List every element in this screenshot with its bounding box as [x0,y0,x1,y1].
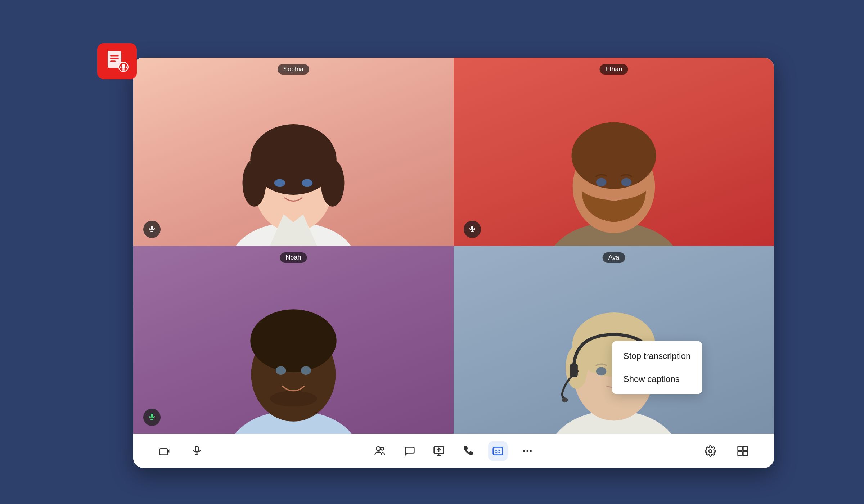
video-cell-ethan: Ethan [454,58,774,246]
camera-icon [159,445,170,457]
name-badge-noah: Noah [280,252,307,263]
svg-point-25 [621,178,631,186]
microphone-button[interactable] [187,441,207,461]
phone-button[interactable] [459,441,478,461]
svg-text:CC: CC [495,449,500,454]
transcription-app-icon[interactable] [97,43,137,79]
transcribe-icon: CC [492,445,504,457]
settings-button[interactable] [701,441,720,461]
show-captions-item[interactable]: Show captions [612,368,702,391]
svg-point-24 [596,178,606,186]
svg-point-49 [562,397,568,402]
grid-view-button[interactable] [733,441,752,461]
svg-rect-68 [738,451,742,456]
chat-icon [404,445,415,457]
svg-point-14 [321,159,344,207]
more-icon [522,445,533,457]
app-container: Sophia [90,36,774,468]
toolbar-left [155,441,207,461]
svg-rect-69 [743,451,747,456]
svg-point-65 [709,450,712,453]
svg-rect-66 [738,446,742,451]
svg-rect-6 [122,64,125,68]
svg-point-16 [302,179,312,187]
svg-rect-17 [151,226,153,230]
svg-point-62 [523,450,525,452]
svg-rect-2 [110,55,119,56]
mic-badge-sophia [143,221,161,238]
svg-rect-4 [110,60,116,62]
video-cell-ava: Ava Stop transcription Show captions [454,246,774,434]
svg-rect-3 [110,58,119,59]
toolbar: CC [133,434,774,468]
video-cell-noah: Noah [133,246,454,434]
screenshare-icon [433,445,445,457]
svg-point-55 [381,447,384,450]
video-grid: Sophia [133,58,774,434]
name-badge-ava: Ava [603,252,625,263]
svg-point-34 [301,366,311,375]
context-menu: Stop transcription Show captions [612,341,702,394]
microphone-icon [191,445,203,457]
transcribe-button[interactable]: CC [488,441,508,461]
video-window: Sophia [133,58,774,468]
svg-point-45 [596,367,606,375]
phone-icon [463,445,474,457]
svg-point-63 [526,450,528,452]
svg-point-15 [274,179,285,187]
svg-point-23 [571,122,656,189]
svg-rect-50 [160,449,167,455]
svg-point-13 [242,159,266,207]
grid-icon [737,445,748,457]
camera-button[interactable] [155,441,174,461]
svg-rect-67 [743,446,747,451]
svg-point-35 [270,391,317,406]
toolbar-right [701,441,752,461]
svg-point-33 [276,366,286,375]
participants-icon [374,445,386,457]
svg-rect-36 [151,414,153,418]
video-cell-sophia: Sophia [133,58,454,246]
participants-button[interactable] [370,441,390,461]
name-badge-sophia: Sophia [278,64,309,75]
stop-transcription-item[interactable]: Stop transcription [612,345,702,368]
settings-icon [705,445,716,457]
toolbar-center: CC [370,441,537,461]
svg-point-32 [250,309,336,372]
svg-rect-26 [471,226,473,230]
mic-badge-ethan [464,221,481,238]
mic-badge-noah [143,409,161,426]
svg-rect-51 [195,446,198,452]
chat-button[interactable] [400,441,419,461]
svg-point-64 [530,450,532,452]
more-button[interactable] [518,441,537,461]
svg-point-54 [377,447,381,451]
screenshare-button[interactable] [429,441,449,461]
name-badge-ethan: Ethan [599,64,628,75]
